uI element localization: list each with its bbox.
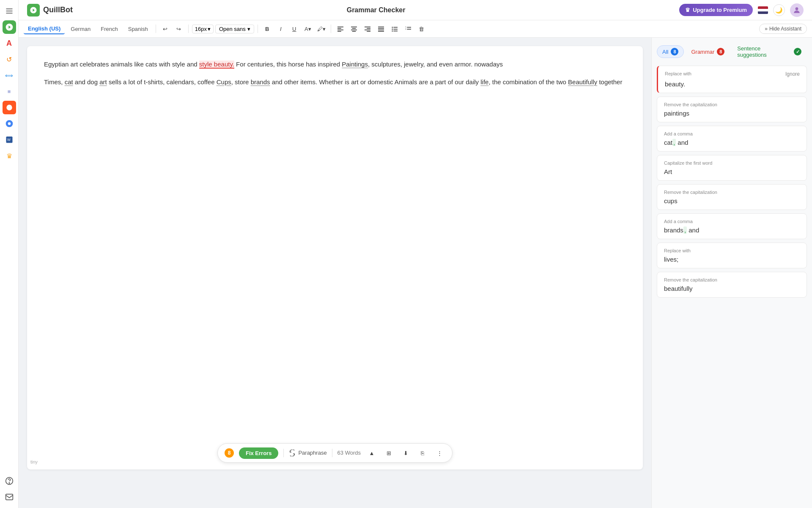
more-options-button[interactable]: ⋮ — [433, 447, 445, 459]
bottom-divider-1 — [283, 449, 284, 457]
lang-tab-de[interactable]: German — [66, 24, 95, 34]
word-count: 63 Words — [337, 448, 361, 458]
editor-wrapper: Egyptian art celebrates animals like cat… — [19, 38, 651, 508]
suggestion-card-lives[interactable]: Replace with lives; — [657, 243, 807, 268]
paraphrase-icon[interactable]: ↺ — [3, 52, 16, 66]
svg-rect-28 — [378, 31, 384, 32]
summarize-icon[interactable]: ≡ — [3, 85, 16, 98]
lang-tab-fr[interactable]: French — [96, 24, 122, 34]
help-icon[interactable] — [3, 474, 16, 488]
tab-all-badge: 8 — [671, 48, 678, 55]
suggestion-card-cat[interactable]: Add a comma cat, and — [657, 126, 807, 152]
lang-tab-en[interactable]: English (US) — [24, 24, 65, 34]
justify-button[interactable] — [375, 23, 387, 35]
suggestion-card-art[interactable]: Capitalize the first word Art — [657, 155, 807, 181]
svg-rect-20 — [352, 31, 356, 32]
copy-button[interactable]: ⎘ — [417, 447, 428, 459]
logo-icon[interactable] — [3, 20, 16, 34]
crown-icon: ♛ — [685, 7, 690, 13]
suggestion-card-cups[interactable]: Remove the capitalization cups — [657, 184, 807, 210]
user-avatar[interactable] — [790, 3, 804, 17]
tiny-logo: tiny — [30, 458, 38, 466]
error-beautifully: Beautifully — [568, 78, 597, 86]
menu-icon[interactable] — [3, 4, 16, 18]
crown-icon[interactable]: ♛ — [3, 149, 16, 163]
translate-icon[interactable]: ⟺ — [3, 69, 16, 82]
svg-rect-22 — [367, 28, 370, 29]
tab-grammar[interactable]: Grammar 8 — [686, 45, 730, 58]
svg-point-33 — [392, 30, 393, 32]
tab-sentence-badge: ✓ — [794, 48, 801, 55]
extension-icon[interactable]: 99 — [3, 101, 16, 114]
svg-rect-15 — [337, 30, 343, 30]
chrome-icon[interactable] — [3, 117, 16, 130]
align-right-button[interactable] — [362, 23, 373, 35]
ignore-button[interactable]: Ignore — [785, 71, 800, 77]
comma-insert-brands: , — [683, 226, 687, 234]
redo-button[interactable]: ↪ — [173, 23, 185, 35]
theme-toggle[interactable]: 🌙 — [773, 4, 785, 16]
main-container: QuillBot Grammar Checker ♛ Upgrade to Pr… — [19, 0, 812, 508]
svg-rect-18 — [352, 28, 356, 29]
numbered-list-button[interactable]: 1.2. — [402, 23, 414, 35]
app-name: QuillBot — [43, 6, 73, 14]
italic-button[interactable]: I — [275, 23, 287, 35]
color-button[interactable]: 🖊▾ — [315, 23, 327, 35]
toolbar-divider-2 — [188, 25, 189, 33]
font-family-select[interactable]: Open sans ▾ — [215, 25, 254, 33]
tab-all[interactable]: All 8 — [657, 45, 684, 58]
panel-tabs: All 8 Grammar 8 Sentence suggestions ✓ — [657, 43, 807, 61]
suggestion-label-s4: Remove the capitalization — [664, 190, 800, 195]
svg-rect-21 — [365, 27, 370, 28]
align-center-button[interactable] — [348, 23, 360, 35]
svg-rect-13 — [337, 27, 343, 28]
suggestion-card-paintings[interactable]: Remove the capitalization paintings — [657, 97, 807, 122]
expand-button[interactable]: ▲ — [366, 447, 378, 459]
toolbar: English (US) German French Spanish ↩ ↪ 1… — [19, 20, 812, 38]
paraphrase-action[interactable]: Paraphrase — [289, 448, 326, 458]
svg-point-12 — [796, 7, 798, 10]
align-left-button[interactable] — [335, 23, 346, 35]
grammar-icon[interactable]: A — [3, 36, 16, 50]
svg-rect-25 — [378, 27, 384, 28]
suggestion-value-s6: lives; — [664, 256, 678, 263]
active-suggestion-card[interactable]: Replace with Ignore beauty. — [657, 66, 807, 93]
suggestion-card-beautifully[interactable]: Remove the capitalization beautifully — [657, 272, 807, 298]
mail-icon[interactable] — [3, 490, 16, 504]
error-life: life — [480, 78, 488, 86]
error-paintings: Paintings — [342, 61, 368, 68]
svg-point-31 — [392, 29, 393, 30]
svg-rect-36 — [407, 27, 411, 28]
content-area: Egyptian art celebrates animals like cat… — [19, 38, 812, 508]
bold-button[interactable]: B — [261, 23, 273, 35]
tab-sentence[interactable]: Sentence suggestions ✓ — [732, 43, 807, 61]
suggestion-value-s5: brands, and — [664, 226, 699, 234]
word-icon[interactable]: W — [3, 133, 16, 146]
suggestion-value-s3: Art — [664, 168, 672, 175]
svg-rect-16 — [337, 31, 341, 32]
undo-button[interactable]: ↩ — [159, 23, 171, 35]
svg-rect-14 — [337, 28, 341, 29]
grid-view-button[interactable]: ⊞ — [383, 447, 395, 459]
font-size-select[interactable]: 16px ▾ — [192, 25, 214, 33]
fix-errors-button[interactable]: Fix Errors — [239, 447, 278, 459]
editor[interactable]: Egyptian art celebrates animals like cat… — [27, 46, 643, 469]
flag-icon[interactable] — [758, 6, 768, 14]
download-button[interactable]: ⬇ — [400, 447, 411, 459]
hide-assistant-button[interactable]: » Hide Assistant — [759, 24, 807, 34]
svg-rect-23 — [365, 30, 370, 30]
lang-tab-es[interactable]: Spanish — [124, 24, 152, 34]
underline-button[interactable]: U — [288, 23, 300, 35]
active-card-label: Replace with — [665, 71, 691, 76]
svg-text:W: W — [7, 138, 11, 142]
svg-rect-32 — [393, 29, 398, 30]
bottom-bar: 8 Fix Errors Paraphrase 63 Words ▲ ⊞ ⬇ ⎘… — [217, 443, 453, 463]
suggestion-label-s2: Add a comma — [664, 131, 800, 136]
svg-rect-11 — [5, 494, 13, 500]
upgrade-button[interactable]: ♛ Upgrade to Premium — [679, 4, 753, 16]
bullet-list-button[interactable] — [389, 23, 401, 35]
highlight-button[interactable]: A▾ — [302, 23, 314, 35]
svg-rect-24 — [367, 31, 370, 32]
suggestion-card-brands[interactable]: Add a comma brands, and — [657, 213, 807, 239]
delete-button[interactable]: 🗑 — [416, 23, 428, 35]
